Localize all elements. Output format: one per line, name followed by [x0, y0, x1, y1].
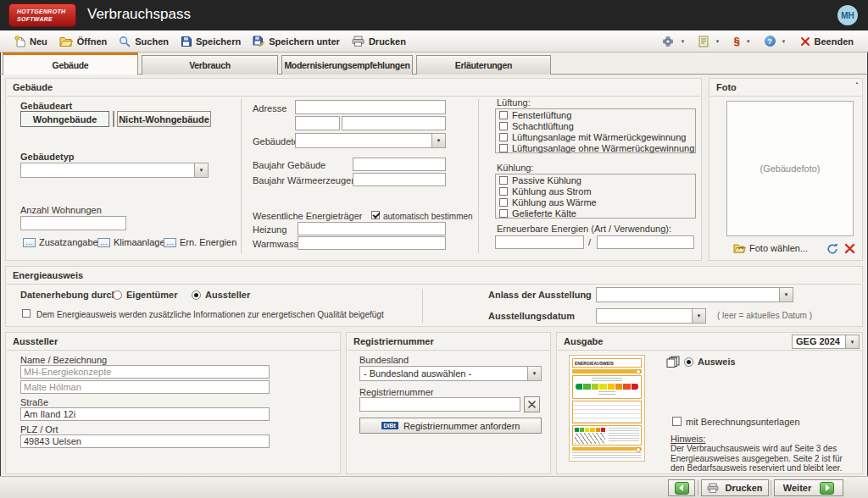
expander-icon[interactable]: … [164, 238, 176, 247]
ausstellungsdatum-select[interactable]: ▼ [596, 308, 706, 324]
registriernummer-clear-button[interactable] [524, 396, 540, 412]
ern-energien-expander[interactable]: … Ern. Energien [164, 237, 236, 247]
klimaanlage-expander[interactable]: … Klimaanlage [97, 237, 165, 247]
beenden-button[interactable]: Beenden [794, 35, 860, 48]
app-window: Hottgenroth Software Verbrauchspass MH N… [0, 0, 868, 498]
bundesland-select[interactable]: - Bundesland auswählen - ▼ [359, 366, 542, 381]
fensterlueftung-checkbox[interactable] [499, 111, 508, 119]
heizung-input[interactable] [298, 222, 446, 235]
adresse-plz-input[interactable] [295, 116, 340, 130]
baujahr-gebaeude-input[interactable] [353, 158, 446, 171]
norm-select[interactable]: GEG 2024 ▼ [792, 335, 860, 349]
eigentuemer-label[interactable]: Eigentümer [126, 290, 178, 300]
speichern-button[interactable]: Speichern [175, 34, 247, 48]
gelieferte-kaelte-checkbox[interactable] [499, 209, 508, 218]
foto-rotate-button[interactable] [826, 243, 838, 255]
passive-kuehlung-checkbox[interactable] [499, 176, 508, 185]
gebaeudetyp-select[interactable]: ▼ [20, 163, 209, 178]
schachtlueftung-checkbox[interactable] [499, 122, 508, 130]
strasse-input[interactable] [20, 407, 270, 421]
help-menu-button[interactable]: ? ▼ [759, 34, 793, 48]
name-line1-input[interactable] [20, 365, 270, 379]
plz-ort-input[interactable] [20, 434, 270, 448]
settings-menu-button[interactable]: ▼ [656, 34, 691, 49]
aussteller-radio[interactable] [192, 290, 201, 300]
erneuerbare-verwendung-input[interactable] [597, 235, 694, 249]
oeffnen-label: Öffnen [77, 36, 107, 47]
chevron-down-icon[interactable]: ▼ [692, 309, 705, 323]
oeffnen-button[interactable]: Öffnen [53, 34, 113, 48]
anzahl-wohnungen-input[interactable] [20, 216, 126, 230]
automatisch-bestimmen-checkbox[interactable] [371, 211, 380, 219]
registriernummer-anfordern-button[interactable]: DIBt Registriernummer anfordern [359, 418, 542, 434]
berechnungsunterlagen-checkbox[interactable] [672, 417, 682, 426]
suchen-label: Suchen [135, 36, 169, 47]
slash-separator: / [588, 237, 591, 247]
lueftungsanlage-mit-wrg-checkbox[interactable] [499, 133, 508, 141]
tab-erlaeuterungen[interactable]: Erläuterungen [416, 55, 551, 75]
expander-icon[interactable]: … [23, 238, 36, 247]
chevron-down-icon[interactable]: ▼ [845, 335, 859, 348]
registriernummer-input[interactable] [359, 397, 520, 412]
aussteller-radio-label[interactable]: Aussteller [205, 290, 250, 300]
kuehlung-aus-strom-checkbox[interactable] [499, 187, 508, 196]
zusatzangaben-expander[interactable]: … Zusatzangaben [23, 237, 103, 247]
chevron-down-icon[interactable]: ▼ [194, 163, 208, 177]
zusatzinfo-checkbox[interactable] [22, 309, 31, 318]
baujahr-waermeerzeuger-input[interactable] [353, 173, 446, 186]
paragraph-icon: § [733, 35, 739, 47]
chevron-down-icon[interactable]: ▼ [527, 367, 541, 380]
adresse-strasse-input[interactable] [295, 100, 446, 114]
weiter-button[interactable]: Weiter [774, 479, 843, 496]
name-line2-input[interactable] [20, 380, 270, 394]
energieausweis-panel: Energieausweis Datenerhebung durch Eigen… [5, 266, 863, 327]
hinweis-label: Hinweis: [670, 434, 706, 444]
neu-button[interactable]: Neu [8, 34, 53, 49]
suchen-button[interactable]: Suchen [113, 34, 175, 49]
tab-gebaeude[interactable]: Gebäude [3, 53, 138, 75]
kuehlung-aus-waerme-checkbox[interactable] [499, 198, 508, 207]
divider [7, 350, 339, 351]
clear-x-icon [528, 401, 536, 408]
anlass-select[interactable]: ▼ [596, 287, 793, 302]
erneuerbare-art-input[interactable] [495, 235, 584, 249]
drucken-toolbar-button[interactable]: Drucken [346, 34, 412, 48]
column-divider [422, 289, 423, 323]
ern-energien-label: Ern. Energien [180, 237, 236, 247]
weiter-label: Weiter [783, 483, 811, 493]
eigentuemer-radio[interactable] [113, 290, 122, 300]
user-avatar[interactable]: MH [837, 5, 858, 25]
adresse-label: Adresse [253, 103, 287, 113]
preview-section-bar [572, 369, 642, 374]
gebaeudeteil-select[interactable]: ▼ [295, 133, 446, 148]
wohngebaeude-button[interactable]: Wohngebäude [20, 111, 109, 127]
chevron-down-icon[interactable]: ▼ [779, 288, 793, 302]
drucken-button[interactable]: Drucken [701, 479, 769, 496]
foto-delete-button[interactable] [844, 243, 855, 254]
reports-menu-button[interactable]: ▼ [693, 34, 726, 49]
speichern-unter-button[interactable]: Speichern unter [247, 34, 346, 48]
nicht-wohngebaeude-button[interactable]: Nicht-Wohngebäude [117, 111, 211, 127]
tab-verbrauch[interactable]: Verbrauch [142, 55, 278, 75]
ausweis-radio[interactable] [684, 357, 693, 367]
back-button[interactable] [668, 479, 695, 496]
chevron-down-icon: ▼ [782, 39, 787, 44]
ausweis-label[interactable]: Ausweis [698, 357, 736, 367]
adresse-ort-input[interactable] [342, 116, 446, 130]
bundesland-value: - Bundesland auswählen - [364, 368, 471, 379]
paragraph-menu-button[interactable]: § ▼ [727, 33, 756, 49]
panel-pin-icon[interactable]: ▪ [856, 80, 858, 86]
chevron-down-icon[interactable]: ▼ [431, 134, 445, 147]
warmwasser-input[interactable] [298, 236, 446, 250]
expander-icon[interactable]: … [97, 238, 110, 247]
strasse-label: Straße [20, 397, 48, 407]
lueftung-option-row: Lüftungsanlage ohne Wärmerückgewinnung [499, 143, 695, 153]
lueftungsanlage-ohne-wrg-checkbox[interactable] [499, 144, 508, 152]
anzahl-wohnungen-label: Anzahl Wohnungen [20, 205, 102, 215]
footer-bar: Drucken Weiter [0, 476, 868, 498]
foto-waehlen-button[interactable]: Foto wählen... [733, 243, 808, 253]
registriernummer-panel: Registriernummer Bundesland - Bundesland… [346, 332, 551, 474]
chevron-down-icon: ▼ [746, 39, 751, 44]
tab-modernisierungsempfehlungen[interactable]: Modernisierungsempfehlungen [281, 55, 413, 75]
kuehlung-option-row: Passive Kühlung [499, 175, 695, 185]
